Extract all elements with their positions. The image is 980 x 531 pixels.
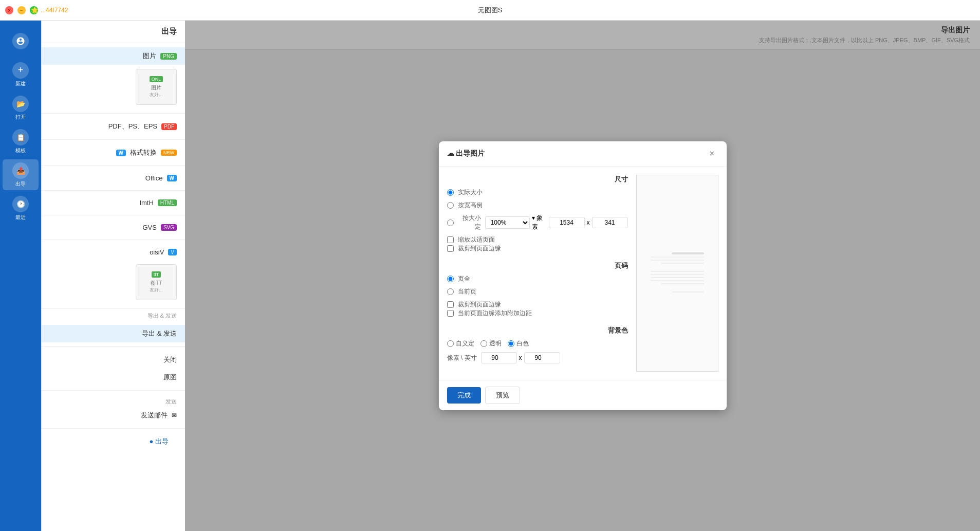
sidebar-open-button[interactable]: 📂 打开 (3, 93, 39, 123)
html-section: HTML lmtH (42, 191, 185, 215)
modal-close-button[interactable]: × (706, 148, 718, 160)
login-icon (12, 33, 29, 49)
export-icon: 📤 (12, 162, 29, 179)
visio-thumbnail-subtitle: ...友好 (150, 287, 163, 294)
size-separator: ▾ 象素 (532, 214, 546, 231)
custom-size-radio[interactable] (447, 219, 454, 226)
transparent-bg-radio[interactable] (480, 340, 487, 347)
minimize-window-button[interactable]: − (17, 6, 26, 14)
transparent-bg-option: 透明 (480, 339, 502, 348)
send-label: 发送 (42, 395, 185, 407)
fit-checkbox[interactable] (447, 236, 454, 243)
width-input[interactable] (549, 217, 585, 228)
current-page-label: 当前页 (458, 287, 476, 296)
preview-line (651, 260, 704, 261)
export-thumbnail-visio: ttT 图TT ...友好 (136, 264, 177, 300)
thumbnail-badge: ONL (150, 76, 163, 82)
modal-title: 出导图片 ☁ (447, 149, 485, 158)
actual-size-radio[interactable] (447, 189, 454, 196)
image-section: PNG 图片 ONL 图片 ...友好 (42, 43, 185, 114)
close-window-button[interactable]: × (5, 6, 13, 14)
scale-radio[interactable] (447, 202, 454, 209)
sidebar-new-button[interactable]: + 新建 (3, 59, 39, 90)
crop-pages-checkbox[interactable] (447, 301, 454, 308)
crop-checkbox-row: 裁剪到页面边缘 (447, 244, 628, 253)
scale-dropdown[interactable]: 100% 50% 200% (485, 216, 530, 229)
preview-spacer (651, 286, 704, 291)
pdf-badge: PDF (161, 123, 177, 130)
export-item-visio[interactable]: V oisiV (42, 244, 185, 260)
export-item-html[interactable]: HTML lmtH (42, 195, 185, 211)
modal-body: 尺寸 实际大小 按宽高例 (439, 167, 727, 380)
crop-label: 裁剪到页面边缘 (458, 244, 501, 253)
pixel-height-input[interactable] (524, 352, 560, 363)
white-bg-radio[interactable] (508, 340, 514, 347)
sidebar-recent-button[interactable]: 🕐 最近 (3, 193, 39, 224)
sidebar-export-button[interactable]: 📤 出导 (3, 159, 39, 190)
export-item-print[interactable]: 原图 (42, 369, 185, 386)
pages-current-row: 当前页 (447, 287, 628, 296)
modal-footer: 完成 预览 (439, 380, 727, 410)
x-label: x (587, 219, 590, 226)
pixel-x: x (519, 354, 522, 361)
app-title: 元图图S (478, 6, 503, 15)
thumbnail-title: 图片 (151, 84, 161, 91)
email-share[interactable]: ✉ 发送邮件 (42, 407, 185, 424)
current-page-radio[interactable] (447, 288, 454, 295)
export-item-image[interactable]: PNG 图片 (42, 47, 185, 65)
preview-line (672, 291, 704, 292)
background-section: 背景色 白色 透明 (447, 326, 628, 363)
thumbnail-subtitle: ...友好 (150, 91, 163, 98)
template-label: 模板 (15, 147, 26, 154)
visio-label: oisiV (150, 248, 164, 256)
modal-settings: 尺寸 实际大小 按宽高例 (447, 175, 628, 372)
export-output[interactable]: 出导 ● (50, 433, 177, 450)
main-content: 导出图片 支持导出图片格式：.文本图片文件，以比以上 PNG、JPEG、BMP、… (185, 21, 980, 531)
image-label: 图片 (143, 51, 156, 61)
pixel-width-input[interactable] (481, 352, 517, 363)
preview-line (651, 271, 704, 272)
new-icon: + (12, 62, 29, 79)
share-section: 导出 & 发送 (42, 321, 185, 347)
close-section: 关闭 原图 (42, 347, 185, 391)
export-item-svg[interactable]: SVG GVS (42, 219, 185, 235)
export-item-close[interactable]: 关闭 (42, 351, 185, 369)
export-item-word[interactable]: NEW 格式转换 W (42, 144, 185, 161)
export-item-left: SVG GVS (142, 224, 177, 231)
send-section: 发送 ✉ 发送邮件 (42, 391, 185, 429)
export-thumbnail-image: ONL 图片 ...友好 (136, 69, 177, 105)
export-item-left: V oisiV (150, 248, 177, 256)
export-current-active[interactable]: 导出 & 发送 (42, 325, 185, 342)
pixel-size-row: x 像素 \ 英寸 (447, 352, 628, 363)
confirm-button[interactable]: 完成 (447, 387, 481, 404)
export-modal: × 出导图片 ☁ (439, 141, 727, 410)
expand-checkbox[interactable] (447, 310, 454, 317)
export-item-left: W Office (145, 174, 177, 182)
preview-line (651, 274, 704, 275)
all-pages-radio[interactable] (447, 276, 454, 282)
pixel-inputs: x (481, 352, 560, 363)
height-input[interactable] (592, 217, 628, 228)
crop-checkbox[interactable] (447, 245, 454, 252)
right-sidebar: + 新建 📂 打开 📋 模板 📤 出导 🕐 最近 (0, 21, 41, 531)
export-item-office[interactable]: W Office (42, 170, 185, 186)
bg-radio-group: 白色 透明 自义定 (447, 339, 628, 348)
sidebar-template-button[interactable]: 📋 模板 (3, 126, 39, 157)
export-panel-title: 出导 (42, 21, 185, 43)
fit-label: 缩放以适页面 (458, 235, 495, 244)
scale-label: 按宽高例 (458, 201, 483, 210)
open-label: 打开 (15, 114, 26, 121)
crop-pages-row: 裁剪到页面边缘 (447, 300, 628, 309)
word-badge: W (116, 150, 126, 156)
custom-bg-radio[interactable] (447, 340, 454, 347)
export-item-pdf[interactable]: PDF PDF、PS、EPS (42, 118, 185, 135)
sidebar-login-button[interactable] (3, 26, 39, 57)
size-custom-row: 100% 50% 200% ▾ 象素 x 按大小定 (447, 214, 628, 231)
white-label: 白色 (516, 339, 529, 348)
cancel-button[interactable]: 预览 (485, 387, 520, 404)
recent-label: 最近 (15, 214, 26, 221)
open-icon: 📂 (12, 96, 29, 112)
close-label: 关闭 (163, 355, 177, 364)
logo-text: ...44I7742 (41, 7, 68, 14)
modal-preview (636, 175, 718, 372)
